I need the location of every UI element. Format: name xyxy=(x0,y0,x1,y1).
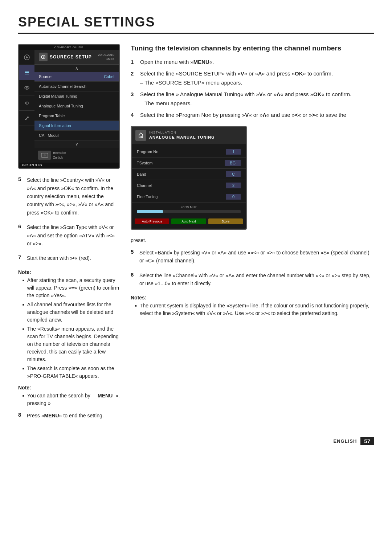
tv2-header-titles: INSTALLATION ANALOGUE MANUAL TUNING xyxy=(149,131,215,140)
tv-bottom-bar: Beenden Zurück xyxy=(34,148,119,163)
right-column: Tuning the television channels by enteri… xyxy=(131,44,374,426)
note1-bullets: After starting the scan, a security quer… xyxy=(18,277,120,380)
svg-rect-2 xyxy=(25,71,29,71)
footer-page-number: 57 xyxy=(360,437,374,445)
left-column: COMFORT GUIDE xyxy=(18,44,120,426)
tv2-channel: Channel 2 xyxy=(132,180,246,191)
tv2-btn-auto-next[interactable]: Auto Next xyxy=(171,218,206,224)
step-7-left: 7 Start the scan with »•« (red). xyxy=(18,254,120,265)
grundig-brand: GRUNDIG xyxy=(19,163,119,168)
tv-arrow-up: ∧ xyxy=(34,65,119,72)
tv-icon-audio xyxy=(19,95,34,111)
tv-menu-header: SOURECE SETUP 20.09.2010 15:46 xyxy=(34,50,119,65)
tv2-progress-area: 48.25 MHz xyxy=(132,203,246,216)
step-6-left: 6 Select the line »Scan Typ« with »V« or… xyxy=(18,223,120,250)
note2-section: Note: You can abort the search by pressi… xyxy=(18,384,120,407)
svg-point-8 xyxy=(25,119,26,120)
note1-bullet-1: After starting the scan, a security quer… xyxy=(18,277,120,299)
step-2: 2 Select the line »SOURCE SETUP« with »V… xyxy=(131,70,374,87)
tv2-btn-auto-prev[interactable]: Auto Previous xyxy=(135,218,169,224)
note1-bullet-2: All channel and favourites lists for the… xyxy=(18,301,120,324)
preset-text: preset. xyxy=(131,236,374,244)
tv-menu-title-text: SOURECE SETUP xyxy=(50,54,92,60)
svg-point-9 xyxy=(27,116,29,118)
tv-sidebar xyxy=(19,50,34,163)
svg-rect-4 xyxy=(25,74,29,74)
tv-bottom-labels: Beenden Zurück xyxy=(53,151,66,160)
tv-screen-source-setup: COMFORT GUIDE xyxy=(18,44,120,169)
note2-bullets: You can abort the search by pressing »ME… xyxy=(18,392,120,407)
tv2-progress-bar xyxy=(137,210,241,213)
step-8: 8 Press »MENU« to end the setting. xyxy=(18,412,120,422)
svg-point-12 xyxy=(44,154,46,156)
tv-menu-item-source: Source Cabel xyxy=(34,72,119,82)
tv-screen-analogue-tuning: INSTALLATION ANALOGUE MANUAL TUNING Prog… xyxy=(131,126,247,230)
step-5-left: 5 Select the line »Country« with »V« or … xyxy=(18,176,120,220)
right-steps-cont: 5 Select »Band« by pressing »V« or »Λ« a… xyxy=(131,249,374,317)
tv2-header: INSTALLATION ANALOGUE MANUAL TUNING xyxy=(132,127,246,144)
tv-menu: SOURECE SETUP 20.09.2010 15:46 ∧ Source … xyxy=(34,50,119,163)
tv-menu-item-analogue: Analogue Manual Tuning xyxy=(34,101,119,111)
tv2-buttons: Auto Previous Auto Next Store xyxy=(132,216,246,226)
left-steps: 5 Select the line »Country« with »V« or … xyxy=(18,176,120,422)
svg-point-6 xyxy=(26,87,28,89)
tv2-progress-fill xyxy=(137,210,163,213)
comfort-guide-label: COMFORT GUIDE xyxy=(19,45,119,50)
note1-bullet-4: The search is complete as soon as the »P… xyxy=(18,365,120,380)
note2-bullet-1: You can abort the search by pressing »ME… xyxy=(18,392,120,407)
tv2-btn-store[interactable]: Store xyxy=(208,218,243,224)
tv-menu-item-ca: CA - Modul xyxy=(34,131,119,140)
tv2-program-no: Program No 1 xyxy=(132,146,246,158)
tv2-fine-tuning: Fine Tuning 0 xyxy=(132,191,246,203)
step-1: 1 Open the menu with »MENU«. xyxy=(131,58,374,66)
tv-menu-item-digital: Digital Manual Tuning xyxy=(34,91,119,101)
tv-icon-play xyxy=(19,50,34,65)
tv2-header-icon xyxy=(135,130,146,141)
note1-bullet-3: The »Results« menu appears, and the scan… xyxy=(18,325,120,363)
tv2-tsystem: TSystem BG xyxy=(132,158,246,169)
footer-language: ENGLISH xyxy=(334,438,357,444)
step-6-right: 6 Select the line »Channel« with »V« or … xyxy=(131,271,374,291)
steps-list: 1 Open the menu with »MENU«. 2 Select th… xyxy=(131,58,374,119)
tv-menu-item-auto-channel: Automativ Channel Search xyxy=(34,82,119,91)
svg-marker-1 xyxy=(26,56,28,58)
tv-arrow-down: ∨ xyxy=(34,140,119,148)
tv-icon-settings xyxy=(19,65,34,80)
tv-menu-item-signal: Signal Information xyxy=(34,121,119,131)
tv-menu-item-program-table: Program Table xyxy=(34,111,119,121)
step-3: 3 Select the line » Analogue Manual Tuni… xyxy=(131,90,374,107)
svg-rect-3 xyxy=(25,72,29,73)
notes-right-section: Notes: The current system is displayed i… xyxy=(131,294,374,317)
page-title: SPECIAL SETTINGS xyxy=(18,15,374,34)
tv2-band: Band C xyxy=(132,169,246,180)
notes-right-item-1: The current system is displayed in the »… xyxy=(131,302,374,317)
tv-icon-tools xyxy=(19,111,34,126)
tv-icon-eye xyxy=(19,80,34,95)
tv-bottom-img xyxy=(38,151,51,160)
step-5-right: 5 Select »Band« by pressing »V« or »Λ« a… xyxy=(131,249,374,268)
step-4: 4 Select the line »Program No« by pressi… xyxy=(131,111,374,119)
tv-menu-date: 20.09.2010 15:46 xyxy=(98,53,114,61)
notes-right-list: The current system is displayed in the »… xyxy=(131,302,374,317)
section-heading: Tuning the television channels by enteri… xyxy=(131,44,374,53)
note1-section: Note: After starting the scan, a securit… xyxy=(18,269,120,380)
